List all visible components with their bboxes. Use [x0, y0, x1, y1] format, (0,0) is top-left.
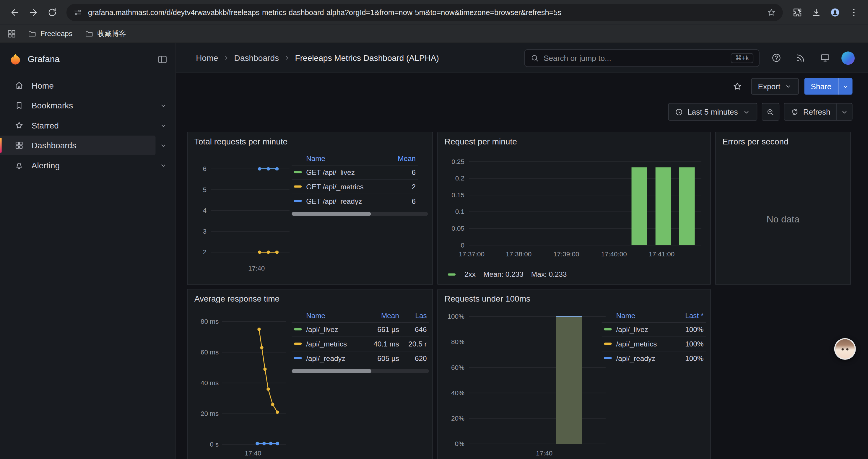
panel-legend: 2xx Mean: 0.233 Max: 0.233	[448, 270, 567, 278]
breadcrumb-item[interactable]: Home	[196, 53, 218, 63]
sidebar-item-alerting[interactable]: Alerting	[0, 156, 176, 175]
sidebar-collapse-icon[interactable]	[157, 54, 168, 65]
site-settings-icon[interactable]	[73, 7, 83, 17]
sidebar-item-link[interactable]: Starred	[0, 116, 156, 135]
sidebar-item-link[interactable]: Home	[0, 76, 156, 95]
legend-series-name[interactable]: /api/_readyz	[602, 351, 675, 365]
legend-row: /api/_metrics40.1 ms20.5 r	[291, 337, 429, 351]
panel-title[interactable]: Average response time	[188, 290, 432, 305]
legend-series-name[interactable]: /api/_livez	[291, 322, 366, 337]
panel-legend: NameMeanGET /api/_livez6GET /api/_metric…	[291, 155, 428, 216]
url-input[interactable]	[88, 8, 761, 16]
breadcrumb-item[interactable]: Dashboards	[234, 53, 279, 63]
panel-title[interactable]: Request per minute	[438, 132, 710, 148]
reload-button[interactable]	[43, 3, 61, 21]
legend-series-name[interactable]: /api/_metrics	[602, 337, 675, 351]
breadcrumb-item[interactable]: Freeleaps Metrics Dashboard (ALPHA)	[295, 53, 439, 63]
svg-text:20 ms: 20 ms	[200, 410, 219, 417]
apps-grid-icon[interactable]	[6, 28, 17, 38]
svg-text:17:40: 17:40	[248, 265, 265, 272]
legend-table: NameMeanLas/api/_livez661 µs646/api/_met…	[291, 312, 429, 365]
downloads-button[interactable]	[807, 3, 825, 21]
assistant-avatar[interactable]	[834, 338, 856, 360]
legend-series-name[interactable]: /api/_readyz	[291, 351, 366, 365]
breadcrumb-separator-icon	[283, 54, 290, 61]
chevron-down-icon[interactable]	[156, 157, 171, 173]
legend-column-header[interactable]: Last *	[675, 312, 706, 323]
legend-row: /api/_readyz605 µs620	[291, 351, 429, 365]
chevron-down-icon[interactable]	[156, 118, 171, 133]
search-box[interactable]: ⌘+k	[524, 49, 759, 67]
legend-series-name[interactable]: 2xx	[448, 270, 476, 278]
dashboard-actions: Export Share	[176, 73, 868, 100]
refresh-interval-dropdown[interactable]	[836, 103, 852, 120]
legend-column-header[interactable]: Mean	[366, 312, 402, 323]
profile-button[interactable]	[826, 3, 844, 21]
sidebar-item-bookmarks[interactable]: Bookmarks	[0, 96, 176, 115]
forward-button[interactable]	[24, 3, 42, 21]
kiosk-mode-button[interactable]	[817, 50, 833, 66]
sidebar-item-dashboards[interactable]: Dashboards	[0, 136, 176, 155]
chevron-down-icon[interactable]	[156, 138, 171, 153]
series-swatch	[294, 357, 302, 359]
no-data-text: No data	[767, 214, 800, 225]
news-feed-button[interactable]	[793, 50, 808, 66]
export-button[interactable]: Export	[751, 78, 799, 95]
bookmark-收藏博客[interactable]: 收藏博客	[80, 27, 131, 40]
sidebar-item-link[interactable]: Alerting	[0, 156, 156, 175]
panel-title[interactable]: Errors per second	[716, 132, 850, 148]
browser-window: Freeleaps收藏博客 Grafana HomeBookmarksStarr…	[0, 0, 868, 459]
address-bar[interactable]	[66, 4, 783, 21]
sidebar: Grafana HomeBookmarksStarredDashboardsAl…	[0, 43, 176, 459]
share-button[interactable]: Share	[804, 78, 838, 95]
sidebar-item-link[interactable]: Bookmarks	[0, 96, 156, 115]
sidebar-item-link[interactable]: Dashboards	[0, 136, 156, 155]
legend-series-name[interactable]: /api/_metrics	[291, 337, 366, 351]
user-avatar[interactable]	[841, 51, 855, 64]
legend-value: 661 µs	[366, 322, 402, 337]
time-range-picker[interactable]: Last 5 minutes	[668, 103, 757, 121]
scrollbar-thumb[interactable]	[291, 212, 370, 216]
panel-average-response-time: Average response time 80 ms60 ms40 ms20 …	[187, 289, 433, 459]
sidebar-item-starred[interactable]: Starred	[0, 116, 176, 135]
panel-title[interactable]: Total requests per minute	[188, 132, 432, 148]
bookmark-star-icon[interactable]	[767, 7, 776, 17]
legend-column-header[interactable]: Name	[291, 155, 390, 165]
legend-column-header[interactable]: Name	[602, 312, 675, 323]
svg-text:80%: 80%	[451, 338, 464, 346]
svg-text:0.2: 0.2	[455, 174, 464, 182]
legend-series-name[interactable]: GET /api/_readyz	[291, 194, 390, 208]
share-dropdown-button[interactable]	[838, 78, 852, 95]
legend-column-header[interactable]: Las	[401, 312, 429, 323]
scrollbar-thumb[interactable]	[291, 369, 371, 373]
bookmark-freeleaps[interactable]: Freeleaps	[23, 28, 77, 40]
no-data-wrap: No data	[716, 155, 850, 285]
legend-series-name[interactable]: /api/_livez	[602, 322, 675, 337]
legend-scrollbar[interactable]	[291, 369, 429, 373]
grafana-logo-icon[interactable]	[9, 53, 22, 66]
legend-scrollbar[interactable]	[291, 212, 428, 216]
series-label: 2xx	[464, 270, 476, 278]
search-input[interactable]	[544, 54, 726, 62]
legend-series-name[interactable]: GET /api/_metrics	[291, 179, 390, 194]
svg-text:4: 4	[203, 207, 207, 214]
help-button[interactable]	[769, 50, 784, 66]
browser-toolbar	[0, 0, 868, 24]
svg-text:17:40: 17:40	[245, 450, 261, 457]
browser-menu-button[interactable]	[845, 3, 862, 21]
back-button[interactable]	[6, 3, 23, 21]
extensions-button[interactable]	[788, 3, 806, 21]
legend-column-header[interactable]: Mean	[390, 155, 418, 165]
dashboard-canvas: Export Share Last	[176, 73, 868, 459]
sidebar-item-home[interactable]: Home	[0, 76, 176, 95]
sidebar-item-label: Starred	[32, 121, 59, 130]
favorite-dashboard-button[interactable]	[729, 78, 746, 95]
legend-column-header[interactable]: Name	[291, 312, 366, 323]
refresh-button[interactable]: Refresh	[784, 103, 836, 120]
legend-series-name[interactable]: GET /api/_livez	[291, 165, 390, 179]
panel-title[interactable]: Requests under 100ms	[438, 290, 710, 305]
share-label: Share	[811, 82, 831, 91]
zoom-out-button[interactable]	[762, 103, 779, 121]
chevron-down-icon[interactable]	[156, 98, 171, 113]
zoom-out-icon	[766, 107, 775, 116]
